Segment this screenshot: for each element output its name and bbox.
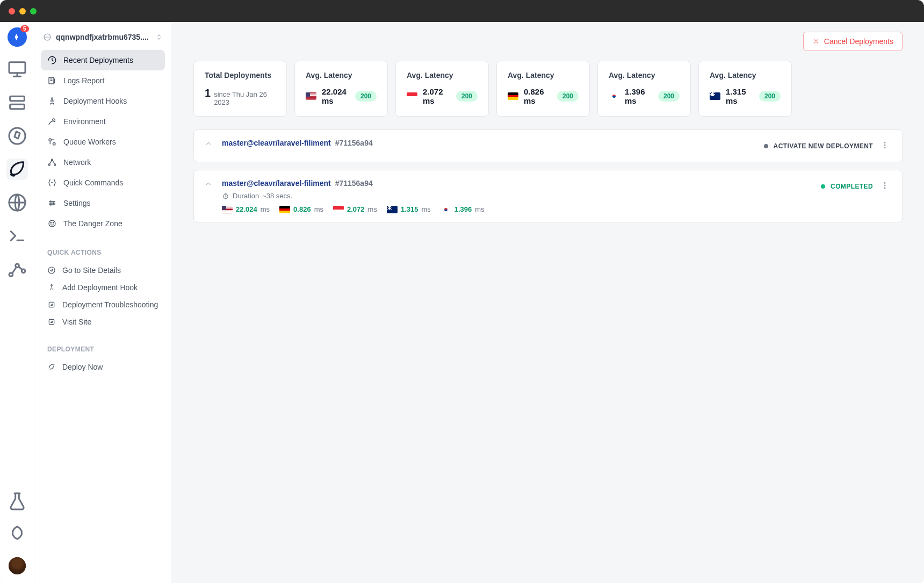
- nav-icon: [47, 76, 57, 85]
- latency-value: 2.072 ms: [423, 87, 451, 105]
- svg-point-3: [9, 128, 25, 144]
- qa-icon: [47, 300, 56, 309]
- status-label: ACTIVATE NEW DEPLOYMENT: [774, 142, 873, 150]
- latency-value: 1.315 ms: [726, 87, 754, 105]
- nav-label: Logs Report: [63, 76, 104, 85]
- flag-us-icon: [222, 206, 233, 213]
- rail-compass-icon[interactable]: [6, 125, 28, 147]
- quick-action-visit-site[interactable]: Visit Site: [34, 313, 171, 330]
- rail-database-icon[interactable]: [6, 92, 28, 113]
- deployment-title: master@cleavr/laravel-filiment #71156a94: [222, 139, 754, 147]
- deployment-duration: Duration~38 secs.: [222, 192, 811, 200]
- rail-flask-icon[interactable]: [6, 491, 28, 512]
- latency-value: 22.024 ms: [322, 87, 350, 105]
- status-code-pill: 200: [456, 91, 478, 102]
- qa-icon: [47, 266, 56, 275]
- nav-item-the-danger-zone[interactable]: The Danger Zone: [41, 213, 165, 234]
- window-close-button[interactable]: [9, 8, 15, 15]
- rail-graph-icon[interactable]: [6, 258, 28, 280]
- nav-label: The Danger Zone: [63, 219, 122, 228]
- deployment-menu-button[interactable]: [878, 179, 891, 193]
- flag-kr-icon: [441, 206, 451, 213]
- nav-item-quick-commands[interactable]: Quick Commands: [41, 172, 165, 193]
- rail-ring-icon[interactable]: [6, 524, 28, 545]
- nav-item-logs-report[interactable]: Logs Report: [41, 70, 165, 91]
- deployments-list: master@cleavr/laravel-filiment #71156a94…: [193, 129, 903, 222]
- window-minimize-button[interactable]: [19, 8, 26, 15]
- qa-icon: [47, 283, 56, 292]
- rail-terminal-icon[interactable]: [6, 225, 28, 247]
- status-dot: [821, 184, 825, 189]
- latency-card-title: Avg. Latency: [306, 71, 377, 80]
- rail-servers-icon[interactable]: [6, 59, 28, 80]
- nav-icon: [47, 117, 57, 126]
- status-dot: [764, 144, 768, 148]
- deployment-status: ACTIVATE NEW DEPLOYMENT: [764, 139, 891, 153]
- nav-icon: [47, 219, 57, 228]
- svg-point-27: [884, 182, 885, 183]
- nav-icon: [47, 178, 57, 188]
- rail-globe-icon[interactable]: [6, 192, 28, 213]
- rail-deploy-icon[interactable]: [6, 159, 28, 180]
- nav-list: Recent DeploymentsLogs ReportDeployment …: [34, 50, 171, 234]
- latency-item-de: 0.826ms: [279, 205, 323, 213]
- deployment-row: master@cleavr/laravel-filiment #71156a94…: [193, 129, 903, 162]
- latency-card-title: Avg. Latency: [407, 71, 478, 80]
- clock-icon: [222, 192, 229, 200]
- svg-point-17: [50, 222, 52, 224]
- qa-label: Add Deployment Hook: [62, 283, 138, 292]
- svg-point-18: [53, 222, 54, 224]
- cancel-deployments-button[interactable]: Cancel Deployments: [803, 32, 903, 51]
- latency-item-kr: 1.396ms: [441, 205, 485, 213]
- notification-badge: 5: [20, 25, 29, 32]
- window-maximize-button[interactable]: [30, 8, 37, 15]
- latency-value: 0.826 ms: [524, 87, 552, 105]
- expand-toggle[interactable]: [205, 140, 212, 149]
- svg-point-25: [884, 147, 885, 148]
- main-content: Cancel Deployments Total Deployments 1 s…: [172, 22, 924, 583]
- quick-actions-header: QUICK ACTIONS: [34, 234, 171, 262]
- quick-action-go-to-site-details[interactable]: Go to Site Details: [34, 262, 171, 279]
- quick-action-add-deployment-hook[interactable]: Add Deployment Hook: [34, 279, 171, 296]
- app-logo[interactable]: 5: [8, 27, 27, 47]
- qa-label: Go to Site Details: [62, 266, 121, 275]
- qa-label: Visit Site: [62, 318, 91, 326]
- nav-item-network[interactable]: Network: [41, 152, 165, 172]
- nav-item-recent-deployments[interactable]: Recent Deployments: [41, 50, 165, 70]
- nav-label: Queue Workers: [63, 138, 116, 146]
- deployment-status: COMPLETED: [821, 179, 891, 193]
- deployment-row: master@cleavr/laravel-filiment #71156a94…: [193, 170, 903, 222]
- total-since: since Thu Jan 26 2023: [214, 90, 276, 106]
- nav-item-environment[interactable]: Environment: [41, 111, 165, 132]
- site-selector[interactable]: qqnwpndfjxatrbmu6735....: [43, 33, 163, 41]
- sidebar: qqnwpndfjxatrbmu6735.... Recent Deployme…: [34, 22, 172, 583]
- user-avatar[interactable]: [9, 557, 26, 574]
- nav-item-queue-workers[interactable]: Queue Workers: [41, 132, 165, 152]
- deployment-menu-button[interactable]: [878, 139, 891, 153]
- nav-item-settings[interactable]: Settings: [41, 193, 165, 213]
- latency-card-us: Avg. Latency22.024 ms200: [294, 61, 388, 117]
- quick-action-deployment-troubleshooting[interactable]: Deployment Troubleshooting: [34, 296, 171, 313]
- nav-label: Quick Commands: [63, 178, 123, 187]
- deploy-now-button[interactable]: Deploy Now: [34, 358, 171, 376]
- flag-sg-icon: [333, 206, 344, 213]
- nav-label: Settings: [63, 199, 91, 207]
- latency-card-title: Avg. Latency: [609, 71, 680, 80]
- latency-card-title: Avg. Latency: [710, 71, 781, 80]
- quick-actions-list: Go to Site DetailsAdd Deployment HookDep…: [34, 262, 171, 330]
- nav-item-deployment-hooks[interactable]: Deployment Hooks: [41, 91, 165, 111]
- latency-item-us: 22.024ms: [222, 205, 270, 213]
- svg-point-29: [884, 188, 885, 189]
- site-name: qqnwpndfjxatrbmu6735....: [56, 33, 151, 41]
- chevron-updown-icon: [155, 33, 163, 41]
- latency-value: 1.396 ms: [625, 87, 653, 105]
- svg-point-28: [884, 185, 885, 186]
- status-code-pill: 200: [759, 91, 781, 102]
- svg-point-16: [49, 220, 55, 227]
- window-titlebar: [0, 0, 924, 22]
- expand-toggle[interactable]: [205, 180, 212, 189]
- close-icon: [812, 38, 820, 45]
- svg-rect-1: [10, 96, 24, 100]
- flag-au-icon: [387, 206, 398, 213]
- total-count: 1: [205, 87, 211, 99]
